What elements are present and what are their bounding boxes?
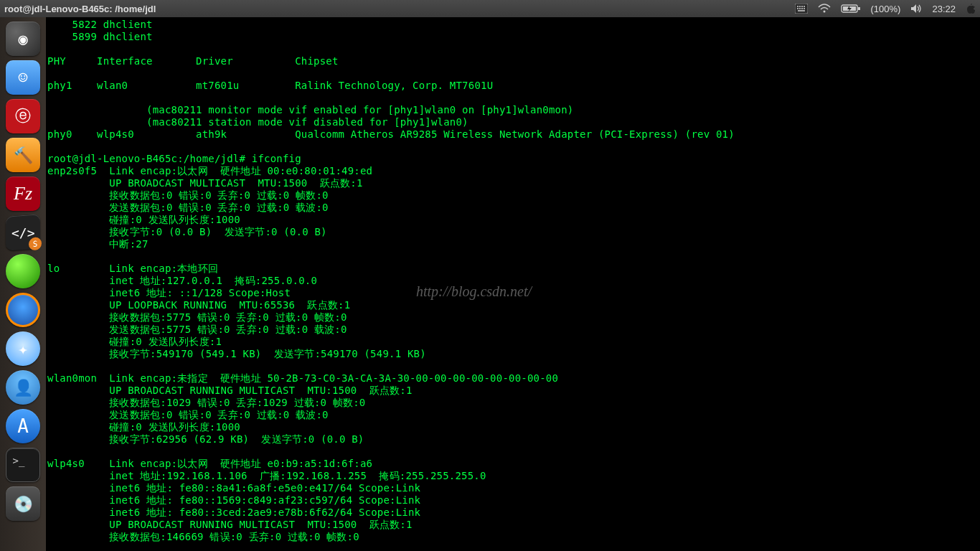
- dock-terminal-icon[interactable]: >_: [6, 448, 40, 482]
- menu-bar: root@jdl-Lenovo-B465c: /home/jdl (100%) …: [0, 0, 980, 17]
- dock-orb-icon[interactable]: [6, 254, 40, 288]
- svg-rect-1: [797, 6, 798, 7]
- svg-rect-6: [799, 8, 801, 9]
- dock-appstore-icon[interactable]: A: [6, 409, 40, 443]
- dock-filezilla-icon[interactable]: Fz: [6, 176, 40, 211]
- battery-icon[interactable]: [841, 4, 861, 14]
- svg-point-10: [823, 11, 825, 13]
- svg-rect-2: [799, 6, 801, 7]
- apple-icon[interactable]: [966, 3, 976, 14]
- dock-netease-icon[interactable]: ⓔ: [6, 99, 40, 133]
- dock-code-icon[interactable]: </>S: [6, 214, 40, 250]
- dock-code-badge: S: [29, 237, 42, 250]
- battery-percent: (100%): [871, 4, 901, 14]
- dock-disks-icon[interactable]: 💿: [6, 486, 40, 521]
- dock-firefox-icon[interactable]: [6, 293, 40, 327]
- clock[interactable]: 23:22: [932, 4, 956, 14]
- dock-ubuntu-icon[interactable]: ◉: [6, 22, 40, 56]
- svg-rect-3: [801, 6, 803, 7]
- window-title: root@jdl-Lenovo-B465c: /home/jdl: [4, 4, 156, 14]
- launcher-dock: ◉ ☺ ⓔ 🔨 Fz </>S ✦ 👤 A >_ 💿: [0, 17, 46, 551]
- svg-rect-8: [804, 8, 805, 9]
- system-indicators: (100%) 23:22: [795, 3, 976, 14]
- svg-rect-5: [797, 8, 798, 9]
- keyboard-icon[interactable]: [795, 4, 808, 14]
- svg-rect-7: [801, 8, 803, 9]
- dock-safari-icon[interactable]: ✦: [6, 331, 40, 366]
- dock-devtools-icon[interactable]: 🔨: [6, 138, 40, 172]
- svg-rect-4: [804, 6, 805, 7]
- terminal-window[interactable]: 5822 dhclient 5899 dhclient PHY Interfac…: [46, 17, 980, 551]
- dock-user-icon[interactable]: 👤: [6, 370, 40, 405]
- dock-finder-icon[interactable]: ☺: [6, 60, 40, 95]
- wifi-icon[interactable]: [818, 4, 831, 14]
- svg-rect-9: [798, 10, 805, 11]
- svg-rect-12: [858, 7, 860, 10]
- volume-icon[interactable]: [910, 4, 922, 14]
